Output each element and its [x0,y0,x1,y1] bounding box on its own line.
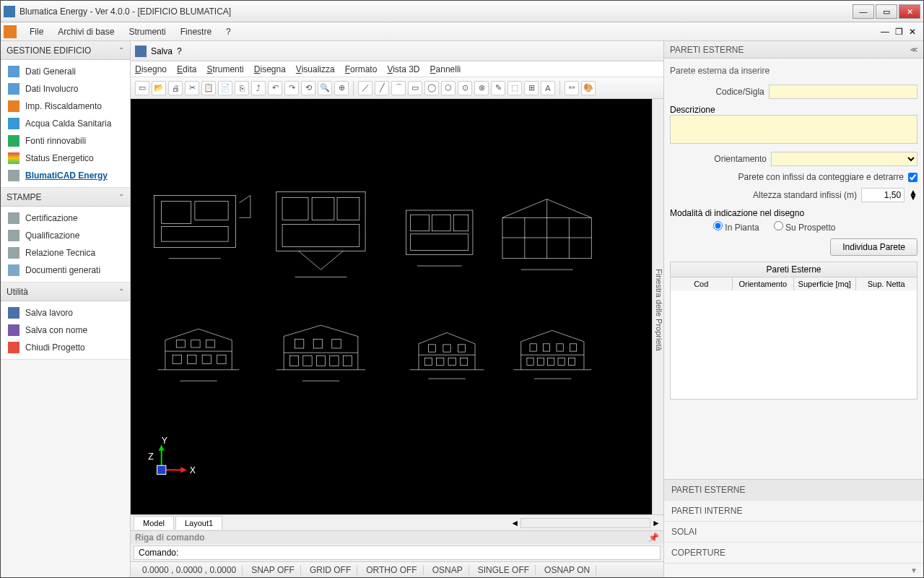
toolbar-icon[interactable]: A [541,81,555,95]
menu-archivi[interactable]: Archivi di base [51,24,121,40]
collapse-icon[interactable]: ≪ [910,46,918,53]
toolbar-icon[interactable]: ⟲ [301,81,315,95]
menu-help[interactable]: ? [219,24,238,40]
toolbar-icon[interactable]: ⬡ [441,81,456,95]
nav-blumaticad-energy[interactable]: BlumatiCAD Energy [1,167,130,184]
tab-solai[interactable]: SOLAI [664,522,923,543]
input-height[interactable] [861,188,905,202]
toolbar-icon[interactable]: ◯ [424,81,439,95]
toolbar-icon[interactable]: 📂 [152,81,166,95]
select-orient[interactable] [771,152,918,166]
scroll-right-icon[interactable]: ► [652,518,661,528]
cad-menu: DisegnoEditaStrumentiDisegnaVisualizzaFo… [131,61,663,77]
toolbar-icon[interactable]: 📋 [201,81,216,95]
toolbar-icon[interactable]: ✏ [565,81,579,95]
window-minimize-icon[interactable]: — [881,27,889,37]
command-input[interactable] [181,548,655,558]
cadmenu-disegno[interactable]: Disegno [135,64,167,74]
toolbar-icon[interactable]: ▭ [135,81,149,95]
nav-relazione-tecnica[interactable]: Relazione Tecnica [1,244,130,262]
button-individua[interactable]: Individua Parete [830,238,918,256]
toolbar-icon[interactable]: 🎨 [581,81,596,95]
cadmenu-disegna[interactable]: Disegna [254,64,286,74]
section-header[interactable]: Utilità⌃ [1,282,130,301]
nav-fonti-rinnovabili[interactable]: Fonti rinnovabili [1,132,130,150]
menu-file[interactable]: File [22,24,51,40]
nav-chiudi-progetto[interactable]: Chiudi Progetto [1,339,130,356]
toolbar-icon[interactable]: ⊗ [474,81,489,95]
properties-sidebar[interactable]: Finestra delle Proprietà [652,99,663,514]
toolbar-icon[interactable]: ⤴ [251,81,266,95]
hscroll-track[interactable] [520,518,650,528]
window-restore-icon[interactable]: ❐ [895,27,903,37]
spinner-down-icon[interactable]: ▼ [909,195,918,200]
expand-down-icon[interactable]: ▼ [664,564,923,577]
checkbox-infissi[interactable] [908,173,918,182]
toolbar-icon[interactable]: ⊞ [524,81,539,95]
toolbar-icon[interactable]: ✂ [185,81,199,95]
cadmenu-pannelli[interactable]: Pannelli [430,64,461,74]
status-snap[interactable]: SNAP OFF [245,565,301,575]
nav-qualificazione[interactable]: Qualificazione [1,227,130,244]
maximize-button[interactable]: ▭ [876,4,897,19]
nav-salva-lavoro[interactable]: Salva lavoro [1,304,130,322]
status-single[interactable]: SINGLE OFF [472,565,536,575]
scroll-left-icon[interactable]: ◄ [510,518,519,528]
pareti-table: Pareti Esterne Cod Orientamento Superfic… [670,262,918,400]
toolbar-icon[interactable]: 🔍 [318,81,332,95]
close-button[interactable]: ✕ [899,4,920,19]
nav-certificazione[interactable]: Certificazione [1,210,130,227]
save-icon[interactable] [135,46,147,57]
save-button[interactable]: Salva [151,46,173,56]
section-header[interactable]: GESTIONE EDIFICIO⌃ [1,41,130,60]
toolbar-icon[interactable]: ✎ [491,81,505,95]
toolbar-icon[interactable]: ⬚ [507,81,522,95]
toolbar-icon[interactable]: 📄 [218,81,232,95]
toolbar-icon[interactable]: ↶ [268,81,282,95]
radio-pianta[interactable] [713,221,723,230]
input-code[interactable] [769,85,918,99]
status-grid[interactable]: GRID OFF [304,565,357,575]
window-close-icon[interactable]: ✕ [909,27,916,37]
menu-finestre[interactable]: Finestre [173,24,219,40]
nav-documenti-generati[interactable]: Documenti generati [1,262,130,279]
cadmenu-strumenti[interactable]: Strumenti [206,64,243,74]
tab-pareti-esterne[interactable]: PARETI ESTERNE [664,480,923,501]
toolbar-icon[interactable]: ▭ [408,81,422,95]
app-menu-icon[interactable] [4,25,17,38]
toolbar-icon[interactable]: ／ [358,81,372,95]
status-ortho[interactable]: ORTHO OFF [360,565,423,575]
cad-canvas[interactable]: Y X Z [131,99,652,514]
nav-status-energetico[interactable]: Status Energetico [1,150,130,167]
nav-salva-con-nome[interactable]: Salva con nome [1,322,130,339]
nav-acqua-calda-sanitaria[interactable]: Acqua Calda Sanitaria [1,115,130,132]
svg-rect-5 [276,191,365,251]
toolbar-icon[interactable]: ⊙ [458,81,472,95]
toolbar-icon[interactable]: ⊕ [334,81,349,95]
tab-layout1[interactable]: Layout1 [175,516,222,530]
toolbar-icon[interactable]: ⎘ [235,81,249,95]
toolbar-icon[interactable]: 🖨 [168,81,183,95]
pin-icon[interactable]: 📌 [648,532,659,543]
nav-dati-generali[interactable]: Dati Generali [1,63,130,80]
toolbar-icon[interactable]: ⌒ [391,81,406,95]
toolbar-icon[interactable]: ╱ [375,81,389,95]
toolbar-icon[interactable]: ↷ [284,81,299,95]
status-osnap[interactable]: OSNAP [427,565,469,575]
radio-prospetto[interactable] [774,221,783,230]
status-osnap-on[interactable]: OSNAP ON [539,565,596,575]
nav-imp-riscaldamento[interactable]: Imp. Riscaldamento [1,98,130,115]
cadmenu-visualizza[interactable]: Visualizza [296,64,335,74]
tab-coperture[interactable]: COPERTURE [664,543,923,564]
menu-strumenti[interactable]: Strumenti [121,24,173,40]
cadmenu-edita[interactable]: Edita [177,64,196,74]
cadmenu-formato[interactable]: Formato [345,64,378,74]
section-header[interactable]: STAMPE⌃ [1,188,130,207]
input-desc[interactable] [670,115,918,144]
tab-pareti-interne[interactable]: PARETI INTERNE [664,501,923,522]
tab-model[interactable]: Model [134,516,174,530]
help-button[interactable]: ? [177,46,182,56]
cadmenu-vista 3d[interactable]: Vista 3D [387,64,419,74]
minimize-button[interactable]: — [853,4,874,19]
nav-dati-involucro[interactable]: Dati Involucro [1,80,130,98]
